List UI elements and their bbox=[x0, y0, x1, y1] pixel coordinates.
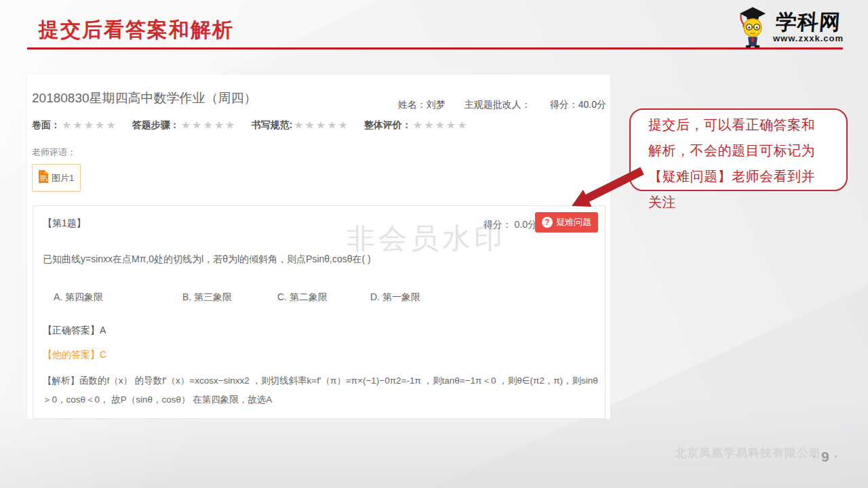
rating-label: 整体评价： bbox=[364, 119, 412, 131]
option-c: C. 第二象限 bbox=[277, 291, 328, 304]
homework-title: 20180830星期四高中数学作业（周四） bbox=[32, 89, 257, 107]
attachment-chip[interactable]: 图片1 bbox=[32, 164, 81, 192]
question-number: 【第1题】 bbox=[43, 218, 86, 230]
difficult-question-label: 疑难问题 bbox=[556, 216, 591, 228]
page-number-value: 9 bbox=[821, 449, 829, 464]
his-answer: 【他的答案】C bbox=[43, 349, 106, 361]
title-divider bbox=[27, 47, 843, 49]
footer-company: 北京凤凰学易科技有限公司 BEIJING PHOENIX E-LEARNING … bbox=[675, 447, 794, 466]
star-icons: ★★★★★ bbox=[294, 119, 349, 131]
student-name: 姓名：刘梦 bbox=[398, 99, 446, 111]
page-dot: · bbox=[834, 451, 838, 463]
annotation-callout: 提交后，可以看正确答案和解析，不会的题目可标记为【疑难问题】老师会看到并关注 bbox=[629, 108, 848, 191]
rating-label: 卷面： bbox=[32, 119, 60, 131]
zxxk-logo: 学科网 www.zxxk.com bbox=[735, 4, 844, 52]
logo-text: 学科网 www.zxxk.com bbox=[773, 12, 844, 44]
rating-row: 卷面： ★★★★★ 答题步骤： ★★★★★ 书写规范: ★★★★★ 整体评价： … bbox=[32, 119, 484, 131]
rating-label: 书写规范: bbox=[251, 119, 292, 131]
footer-company-en: BEIJING PHOENIX E-LEARNING TECHNOLOGY CO… bbox=[675, 461, 794, 466]
correct-answer: 【正确答案】A bbox=[43, 325, 106, 337]
rating-group-handwriting: 书写规范: ★★★★★ bbox=[251, 119, 349, 131]
rating-group-steps: 答题步骤： ★★★★★ bbox=[132, 119, 237, 131]
question-box: 非会员水印 【第1题】 得分： 0.0分 ? 疑难问题 已知曲线y=sinxx在… bbox=[33, 205, 606, 419]
document-icon bbox=[37, 169, 49, 186]
difficult-question-button[interactable]: ? 疑难问题 bbox=[535, 212, 598, 232]
option-d: D. 第一象限 bbox=[370, 291, 420, 304]
total-score: 得分：40.0分 bbox=[550, 99, 606, 111]
analysis-line-2: ＞0，cosθ＜0， 故P（sinθ，cosθ） 在第四象限，故选A bbox=[43, 394, 597, 406]
footer-company-cn: 北京凤凰学易科技有限公司 bbox=[675, 447, 794, 459]
homework-card: 20180830星期四高中数学作业（周四） 姓名：刘梦 主观题批改人： 得分：4… bbox=[27, 75, 610, 419]
teacher-comment-label: 老师评语： bbox=[32, 146, 76, 159]
star-icons: ★★★★★ bbox=[413, 119, 469, 131]
question-stem: 已知曲线y=sinxx在点Mπ,0处的切线为l，若θ为l的倾斜角，则点Psinθ… bbox=[43, 253, 371, 266]
analysis-line-1: 【解析】函数的f（x） 的导数f'（x）=xcosx−sinxx2 ，则切线斜率… bbox=[43, 375, 597, 387]
question-score: 得分： 0.0分 bbox=[484, 219, 537, 231]
option-b: B. 第三象限 bbox=[182, 291, 232, 304]
attachment-label: 图片1 bbox=[52, 172, 74, 184]
homework-info-row: 姓名：刘梦 主观题批改人： 得分：40.0分 bbox=[398, 99, 606, 111]
rating-group-overall: 整体评价： ★★★★★ bbox=[364, 119, 469, 131]
page-number: · 9 · bbox=[812, 449, 838, 464]
logo-name: 学科网 bbox=[775, 12, 842, 33]
page-title: 提交后看答案和解析 bbox=[39, 16, 234, 44]
page-dot: · bbox=[812, 451, 816, 463]
star-icons: ★★★★★ bbox=[181, 119, 237, 131]
logo-url: www.zxxk.com bbox=[773, 33, 844, 44]
star-icons: ★★★★★ bbox=[62, 119, 117, 131]
question-mark-icon: ? bbox=[542, 217, 553, 228]
slide: 提交后看答案和解析 学科网 www bbox=[0, 0, 868, 488]
grader-label: 主观题批改人： bbox=[465, 99, 531, 111]
watermark-text: 非会员水印 bbox=[347, 220, 506, 258]
zxxk-mascot-icon bbox=[735, 4, 770, 52]
rating-group-paper: 卷面： ★★★★★ bbox=[32, 119, 117, 131]
option-a: A. 第四象限 bbox=[54, 291, 103, 304]
rating-label: 答题步骤： bbox=[132, 119, 180, 131]
